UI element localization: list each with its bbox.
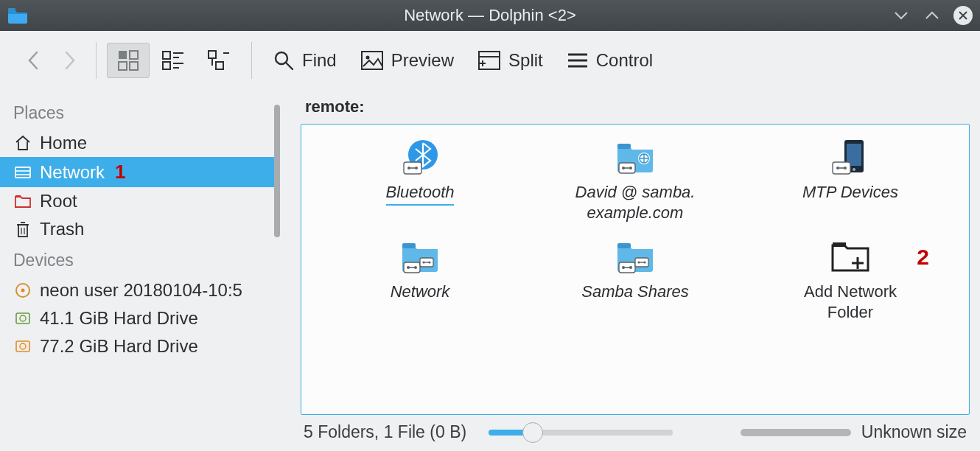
maximize-button[interactable] xyxy=(923,6,942,25)
svg-rect-39 xyxy=(16,341,29,352)
svg-rect-29 xyxy=(15,195,21,197)
svg-line-16 xyxy=(286,63,293,69)
svg-rect-1 xyxy=(119,51,127,59)
item-network[interactable]: Network xyxy=(316,237,524,322)
split-label: Split xyxy=(508,50,543,71)
split-icon xyxy=(477,50,501,71)
place-trash[interactable]: Trash xyxy=(0,215,280,243)
device-item[interactable]: 77.2 GiB Hard Drive xyxy=(0,332,280,360)
hamburger-icon xyxy=(567,52,589,69)
phone-icon xyxy=(827,138,874,178)
trash-icon xyxy=(13,220,32,239)
close-button[interactable] xyxy=(953,6,973,25)
drive-icon xyxy=(13,309,32,328)
item-label: Bluetooth xyxy=(386,182,455,206)
annotation-2: 2 xyxy=(917,245,929,270)
svg-rect-77 xyxy=(833,242,846,247)
svg-rect-59 xyxy=(402,243,416,248)
search-icon xyxy=(273,49,295,71)
minimize-button[interactable] xyxy=(892,6,911,25)
status-bar: 5 Folders, 1 File (0 B) Unknown size xyxy=(301,415,970,451)
place-home[interactable]: Home xyxy=(0,129,280,157)
disc-icon xyxy=(13,281,32,300)
window-title: Network — Dolphin <2> xyxy=(404,6,576,25)
forward-button[interactable] xyxy=(53,44,85,77)
item-samba-shares[interactable]: Samba Shares xyxy=(531,237,739,322)
svg-rect-0 xyxy=(8,8,15,12)
svg-point-18 xyxy=(365,56,369,60)
drive-icon xyxy=(13,337,32,356)
svg-rect-68 xyxy=(617,243,631,248)
sidebar-scrollbar[interactable] xyxy=(274,105,280,237)
place-label: Home xyxy=(40,133,87,153)
item-label: MTP Devices xyxy=(802,182,898,203)
titlebar: Network — Dolphin <2> xyxy=(0,0,980,31)
add-folder-icon xyxy=(827,237,874,277)
svg-rect-37 xyxy=(16,313,29,324)
preview-label: Preview xyxy=(391,50,454,71)
network-icon xyxy=(13,163,32,182)
places-panel: Places Home Network 1 Root xyxy=(0,90,280,451)
item-samba-server[interactable]: David @ samba. example.com xyxy=(531,138,739,223)
location-breadcrumb[interactable]: remote: xyxy=(301,97,970,124)
devices-heading: Devices xyxy=(0,243,280,276)
svg-rect-30 xyxy=(18,225,27,237)
control-button[interactable]: Control xyxy=(556,46,663,75)
item-bluetooth[interactable]: Bluetooth xyxy=(316,138,524,223)
toolbar-separator xyxy=(96,42,97,79)
device-label: 41.1 GiB Hard Drive xyxy=(40,308,198,329)
svg-point-36 xyxy=(21,289,25,293)
svg-rect-8 xyxy=(163,62,170,69)
item-label-line1: Add Network xyxy=(804,282,897,301)
icon-view[interactable]: Bluetooth David @ samba. xyxy=(301,124,970,415)
toolbar: Find Preview Split Control xyxy=(0,31,980,90)
svg-rect-11 xyxy=(209,51,216,58)
annotation-1: 1 xyxy=(115,161,125,183)
place-label: Root xyxy=(40,191,77,211)
svg-rect-4 xyxy=(130,62,138,70)
place-root[interactable]: Root xyxy=(0,187,280,215)
svg-rect-2 xyxy=(130,51,138,59)
toolbar-separator xyxy=(251,42,252,79)
preview-button[interactable]: Preview xyxy=(350,46,464,75)
svg-rect-5 xyxy=(163,52,170,59)
svg-rect-26 xyxy=(15,167,30,178)
place-label: Network xyxy=(40,162,105,183)
item-label: Samba Shares xyxy=(581,282,689,302)
svg-rect-3 xyxy=(119,62,127,70)
status-summary: 5 Folders, 1 File (0 B) xyxy=(304,422,466,442)
place-network[interactable]: Network 1 xyxy=(0,157,280,187)
item-label-line2: Folder xyxy=(827,303,873,321)
network-folder-icon xyxy=(612,138,659,178)
icons-view-button[interactable] xyxy=(107,43,150,78)
content-area: remote: Bluetooth xyxy=(280,90,980,451)
item-label: Network xyxy=(391,282,450,302)
find-button[interactable]: Find xyxy=(262,45,347,76)
home-icon xyxy=(13,133,32,153)
back-button[interactable] xyxy=(18,44,50,77)
app-folder-icon xyxy=(7,7,28,24)
place-label: Trash xyxy=(40,219,84,240)
network-folder-icon xyxy=(612,237,659,277)
device-label: 77.2 GiB Hard Drive xyxy=(40,336,198,357)
svg-rect-46 xyxy=(617,144,631,149)
root-folder-icon xyxy=(13,192,32,211)
zoom-slider[interactable] xyxy=(489,430,673,436)
item-label-line1: David @ samba. xyxy=(575,183,696,201)
device-item[interactable]: 41.1 GiB Hard Drive xyxy=(0,304,280,332)
split-button[interactable]: Split xyxy=(467,46,553,75)
free-space-bar xyxy=(741,429,851,436)
find-label: Find xyxy=(302,50,337,71)
compact-view-button[interactable] xyxy=(153,43,195,78)
places-heading: Places xyxy=(0,96,280,129)
free-space-label: Unknown size xyxy=(861,422,967,442)
details-view-button[interactable] xyxy=(198,43,241,78)
item-label-line2: example.com xyxy=(587,203,684,222)
device-item[interactable]: neon user 20180104-10:5 xyxy=(0,276,280,304)
bluetooth-icon xyxy=(396,138,444,178)
item-mtp-devices[interactable]: MTP Devices xyxy=(746,138,954,223)
item-add-network-folder[interactable]: 2 Add Network Folder xyxy=(746,237,954,322)
device-label: neon user 20180104-10:5 xyxy=(40,280,242,301)
svg-point-54 xyxy=(853,168,855,171)
preview-icon xyxy=(360,50,384,71)
